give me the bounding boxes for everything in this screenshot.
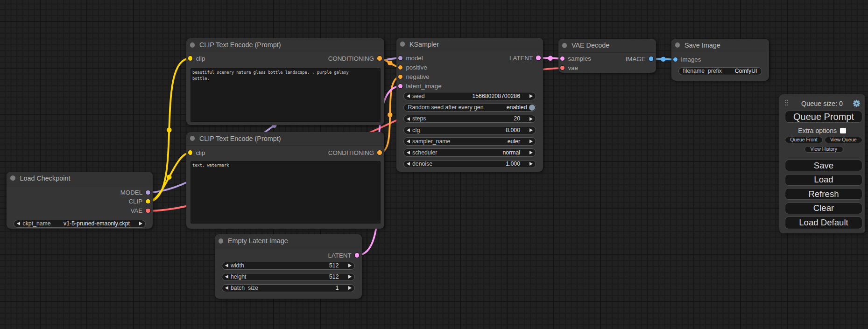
decrement-arrow-icon[interactable]	[407, 128, 410, 132]
widget-width[interactable]: width512	[222, 262, 355, 270]
link-midpoint-dot[interactable]	[388, 112, 392, 117]
decrement-arrow-icon[interactable]	[225, 275, 228, 279]
drag-handle-icon[interactable]	[785, 100, 788, 105]
load-default-button[interactable]: Load Default	[785, 217, 862, 229]
input-slot-dot-clip[interactable]	[188, 56, 192, 60]
link-midpoint-dot[interactable]	[167, 175, 171, 179]
prompt-textarea[interactable]: text, watermark	[191, 161, 381, 224]
output-slot-dot-LATENT[interactable]	[355, 253, 359, 257]
input-slot-dot-positive[interactable]	[398, 65, 402, 70]
prompt-textarea[interactable]: beautiful scenery nature glass bottle la…	[191, 68, 381, 122]
input-slot-dot-negative[interactable]	[398, 75, 402, 79]
view-history-button[interactable]: View History	[804, 146, 844, 153]
link-midpoint-dot[interactable]	[388, 61, 392, 65]
widget-seed[interactable]: seed156680208700286	[403, 92, 536, 100]
save-button[interactable]: Save	[785, 160, 862, 171]
link-midpoint-dot[interactable]	[661, 57, 665, 62]
output-slot-label: CLIP	[128, 198, 142, 205]
input-slot-label: clip	[196, 55, 205, 62]
node-title: Save Image	[685, 42, 720, 49]
widget-scheduler[interactable]: schedulernormal	[403, 148, 536, 157]
decrement-arrow-icon[interactable]	[407, 140, 410, 143]
node-title-bar[interactable]: KSampler	[396, 38, 543, 52]
output-slot-dot-MODEL[interactable]	[146, 190, 150, 195]
increment-arrow-icon[interactable]	[348, 286, 352, 290]
node-clip_negative[interactable]: CLIP Text Encode (Prompt)clipCONDITIONIN…	[186, 132, 385, 229]
output-slot-CONDITIONING: CONDITIONING	[328, 55, 382, 62]
widget-steps[interactable]: steps20	[403, 115, 536, 123]
collapse-dot-icon[interactable]	[190, 136, 195, 141]
widget-filename_prefix[interactable]: filename_prefixComfyUI	[678, 67, 762, 76]
collapse-dot-icon[interactable]	[400, 42, 405, 47]
queue-front-button[interactable]: Queue Front	[785, 137, 823, 143]
node-vae_decode[interactable]: VAE DecodesamplesvaeIMAGE	[558, 39, 656, 73]
node-title-bar[interactable]: Save Image	[671, 39, 769, 53]
extra-options-label: Extra options	[798, 127, 837, 134]
decrement-arrow-icon[interactable]	[407, 151, 410, 154]
widget-random-seed-after-every-gen[interactable]: Random seed after every genenabled	[403, 104, 536, 112]
input-slot-dot-vae[interactable]	[560, 66, 565, 70]
input-slot-label: images	[681, 56, 701, 63]
increment-arrow-icon[interactable]	[348, 264, 352, 267]
node-ksampler[interactable]: KSamplermodelpositivenegativelatent_imag…	[396, 38, 543, 172]
increment-arrow-icon[interactable]	[139, 222, 142, 225]
node-clip_positive[interactable]: CLIP Text Encode (Prompt)clipCONDITIONIN…	[186, 38, 385, 125]
output-slot-dot-CONDITIONING[interactable]	[377, 56, 381, 60]
decrement-arrow-icon[interactable]	[225, 286, 228, 290]
node-save_image[interactable]: Save Imageimagesfilename_prefixComfyUI	[671, 39, 769, 81]
output-slot-dot-IMAGE[interactable]	[649, 56, 653, 61]
collapse-dot-icon[interactable]	[219, 238, 224, 244]
settings-gear-icon[interactable]	[853, 99, 861, 107]
decrement-arrow-icon[interactable]	[225, 264, 228, 267]
increment-arrow-icon[interactable]	[529, 94, 533, 98]
node-title-bar[interactable]: CLIP Text Encode (Prompt)	[186, 38, 385, 52]
widget-sampler_name[interactable]: sampler_nameeuler	[403, 137, 536, 146]
comfyui-canvas[interactable]: { "app": { "name": "ComfyUI graph editor…	[0, 0, 868, 329]
output-slot-dot-LATENT[interactable]	[536, 56, 540, 60]
input-slot-dot-samples[interactable]	[560, 56, 565, 61]
input-slot-dot-model[interactable]	[398, 56, 402, 60]
increment-arrow-icon[interactable]	[529, 128, 533, 132]
link-midpoint-dot[interactable]	[548, 56, 553, 61]
link-midpoint-dot[interactable]	[167, 127, 171, 132]
widget-cfg[interactable]: cfg8.000	[403, 126, 536, 134]
decrement-arrow-icon[interactable]	[407, 162, 410, 166]
increment-arrow-icon[interactable]	[529, 117, 533, 121]
decrement-arrow-icon[interactable]	[407, 117, 410, 121]
increment-arrow-icon[interactable]	[529, 140, 533, 143]
collapse-dot-icon[interactable]	[190, 42, 195, 48]
collapse-dot-icon[interactable]	[675, 42, 680, 48]
widget-ckpt_name[interactable]: ckpt_namev1-5-pruned-emaonly.ckpt	[14, 220, 146, 228]
refresh-button[interactable]: Refresh	[785, 188, 862, 200]
node-title: CLIP Text Encode (Prompt)	[199, 135, 281, 142]
widget-batch_size[interactable]: batch_size1	[222, 284, 355, 293]
node-title-bar[interactable]: CLIP Text Encode (Prompt)	[186, 132, 385, 146]
input-slot-dot-clip[interactable]	[188, 150, 192, 154]
node-checkpoint[interactable]: Load CheckpointMODELCLIPVAEckpt_namev1-5…	[7, 172, 153, 229]
widget-name: seed	[412, 93, 425, 99]
input-slot-dot-images[interactable]	[673, 57, 677, 62]
decrement-arrow-icon[interactable]	[407, 94, 410, 98]
node-title-bar[interactable]: Empty Latent Image	[215, 234, 362, 248]
node-title-bar[interactable]: VAE Decode	[558, 39, 656, 53]
view-queue-button[interactable]: View Queue	[825, 137, 863, 143]
collapse-dot-icon[interactable]	[562, 43, 567, 48]
output-slot-dot-VAE[interactable]	[146, 209, 150, 213]
node-empty_latent[interactable]: Empty Latent ImageLATENTwidth512height51…	[215, 234, 362, 299]
increment-arrow-icon[interactable]	[529, 151, 533, 154]
extra-options-checkbox[interactable]	[840, 128, 846, 134]
collapse-dot-icon[interactable]	[10, 175, 15, 181]
queue-prompt-button[interactable]: Queue Prompt	[785, 111, 862, 123]
node-title-bar[interactable]: Load Checkpoint	[7, 172, 153, 186]
input-slot-dot-latent_image[interactable]	[398, 84, 402, 88]
increment-arrow-icon[interactable]	[529, 162, 533, 166]
decrement-arrow-icon[interactable]	[17, 222, 20, 225]
output-slot-dot-CLIP[interactable]	[146, 199, 150, 203]
toggle-on-icon[interactable]	[529, 105, 535, 111]
widget-height[interactable]: height512	[222, 273, 355, 281]
load-button[interactable]: Load	[785, 174, 862, 186]
widget-denoise[interactable]: denoise1.000	[403, 160, 536, 168]
clear-button[interactable]: Clear	[785, 203, 862, 214]
output-slot-dot-CONDITIONING[interactable]	[377, 150, 381, 154]
increment-arrow-icon[interactable]	[348, 275, 352, 279]
